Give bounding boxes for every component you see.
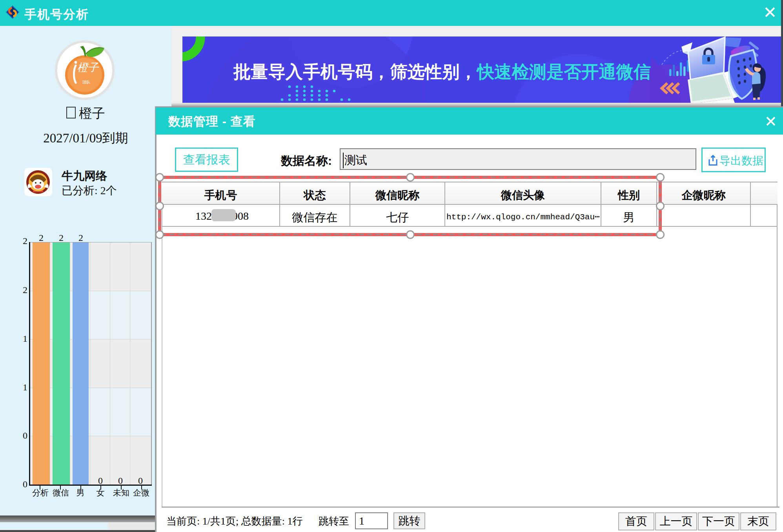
svg-text:橙子: 橙子 (77, 62, 99, 73)
svg-text:批量导入手机号码，筛选性别，快速检测是否开通微信: 批量导入手机号码，筛选性别，快速检测是否开通微信 (233, 62, 651, 81)
svg-text:团队: 团队 (82, 80, 91, 84)
